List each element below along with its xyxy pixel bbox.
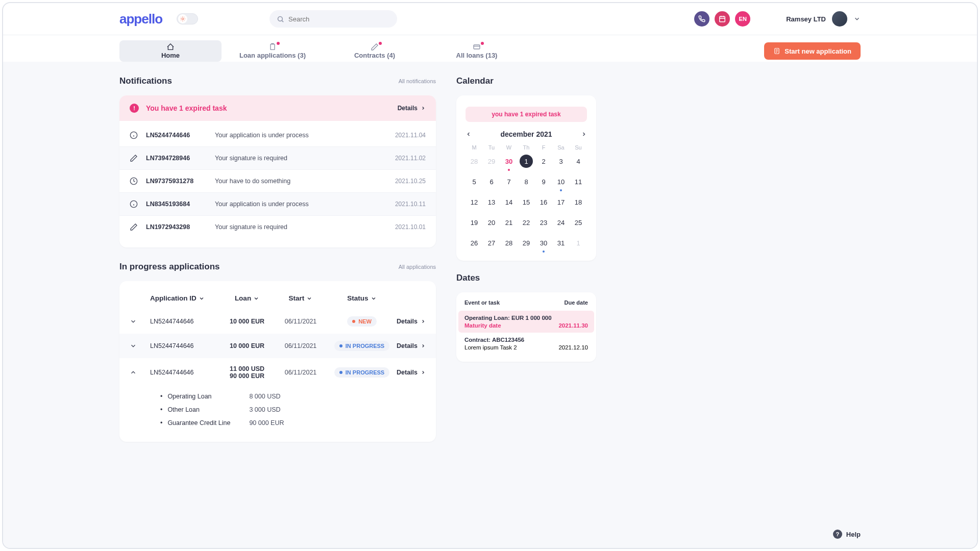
calendar-day[interactable]: 13: [483, 195, 500, 209]
col-application-id[interactable]: Application ID: [150, 294, 222, 302]
help-icon: ?: [833, 530, 842, 539]
theme-toggle[interactable]: [177, 13, 198, 24]
calendar-day[interactable]: 27: [483, 236, 500, 249]
calendar-day[interactable]: 31: [552, 236, 570, 249]
calendar-day[interactable]: 29: [518, 236, 535, 249]
notification-message: Your signature is required: [215, 155, 395, 162]
calendar-day[interactable]: 20: [483, 216, 500, 229]
details-link[interactable]: Details: [395, 342, 426, 349]
alert-icon: !: [130, 104, 139, 113]
col-loan[interactable]: Loan: [222, 294, 273, 302]
tab-all-loans[interactable]: All loans (13): [426, 40, 528, 62]
application-row[interactable]: LN524474464611 000 USD90 000 EUR06/11/20…: [130, 358, 426, 387]
app-loan: 11 000 USD90 000 EUR: [222, 365, 273, 380]
notification-row[interactable]: LN5244744646Your application is under pr…: [130, 124, 426, 146]
notification-row[interactable]: LN97375931278Your have to do something20…: [119, 169, 436, 192]
chevron-down-icon: [199, 295, 205, 302]
chevron-down-icon[interactable]: [853, 15, 861, 22]
all-notifications-link[interactable]: All notifications: [399, 78, 436, 84]
calendar-day[interactable]: 1: [520, 155, 533, 168]
expanded-loan-breakdown: Operating Loan8 000 USDOther Loan3 000 U…: [130, 387, 426, 433]
chevron-down-icon: [306, 295, 312, 302]
calendar-day[interactable]: 23: [535, 216, 552, 229]
calendar-day[interactable]: 28: [500, 236, 518, 249]
calendar-day[interactable]: 29: [483, 155, 500, 168]
svg-point-0: [182, 18, 184, 20]
tabs: Home Loan applications (3) Contracts (4)…: [3, 40, 977, 62]
calendar-day[interactable]: 22: [518, 216, 535, 229]
document-icon: [773, 47, 780, 55]
calendar-day[interactable]: 25: [570, 216, 587, 229]
application-row[interactable]: LN524474464610 000 EUR06/11/2021NEWDetai…: [130, 309, 426, 334]
svg-rect-3: [271, 44, 275, 50]
tab-contracts[interactable]: Contracts (4): [324, 40, 426, 62]
calendar-day[interactable]: 14: [500, 195, 518, 209]
notification-message: Your have to do something: [215, 178, 395, 185]
calendar-day[interactable]: 16: [535, 195, 552, 209]
expired-task-alert: ! You have 1 expired task Details: [119, 95, 436, 121]
notification-row[interactable]: LN8345193684Your application is under pr…: [119, 192, 436, 215]
calendar-day[interactable]: 24: [552, 216, 570, 229]
status-badge: IN PROGRESS: [334, 367, 389, 378]
calendar-day[interactable]: 9: [535, 175, 552, 188]
details-link[interactable]: Details: [395, 369, 426, 376]
app-start: 06/11/2021: [273, 369, 329, 376]
date-item[interactable]: Operating Loan: EUR 1 000 000Maturity da…: [458, 311, 594, 333]
tab-home[interactable]: Home: [119, 40, 222, 62]
help-button[interactable]: ? Help: [833, 530, 861, 539]
calendar-nav: december 2021: [465, 130, 587, 138]
avatar[interactable]: [832, 11, 847, 27]
phone-icon[interactable]: [694, 11, 709, 27]
calendar-month-label: december 2021: [500, 130, 552, 138]
expand-toggle[interactable]: [130, 369, 150, 376]
calendar-day[interactable]: 4: [570, 155, 587, 168]
app-id: LN5244744646: [150, 369, 222, 376]
calendar-day[interactable]: 30: [535, 236, 552, 249]
apps-title: In progress applications: [119, 262, 220, 272]
next-month-button[interactable]: [581, 131, 587, 137]
col-status[interactable]: Status: [329, 294, 395, 302]
notification-row[interactable]: LN7394728946Your signature is required20…: [119, 146, 436, 169]
calendar-day[interactable]: 6: [483, 175, 500, 188]
calendar-day[interactable]: 7: [500, 175, 518, 188]
calendar-day[interactable]: 8: [518, 175, 535, 188]
date-item[interactable]: Contract: ABC123456Lorem ipsum Task 2202…: [458, 333, 594, 355]
calendar-day[interactable]: 12: [465, 195, 483, 209]
notification-message: Your application is under process: [215, 132, 395, 139]
calendar-day[interactable]: 30: [500, 155, 518, 168]
topbar: appello EN Ramsey LTD: [3, 3, 977, 35]
chevron-right-icon: [421, 106, 426, 111]
alert-details-link[interactable]: Details: [398, 105, 426, 112]
calendar-day[interactable]: 15: [518, 195, 535, 209]
calendar-day[interactable]: 5: [465, 175, 483, 188]
calendar-day[interactable]: 21: [500, 216, 518, 229]
all-applications-link[interactable]: All applications: [399, 264, 436, 270]
calendar-icon[interactable]: [715, 11, 730, 27]
calendar-day[interactable]: 17: [552, 195, 570, 209]
col-start[interactable]: Start: [273, 294, 329, 302]
calendar-day[interactable]: 19: [465, 216, 483, 229]
language-selector[interactable]: EN: [735, 11, 750, 27]
calendar-day[interactable]: 1: [570, 236, 587, 249]
start-new-application-button[interactable]: Start new application: [764, 42, 861, 60]
search-box[interactable]: [270, 10, 397, 28]
calendar-title: Calendar: [456, 76, 494, 86]
prev-month-button[interactable]: [465, 131, 472, 137]
application-row[interactable]: LN524474464610 000 EUR06/11/2021IN PROGR…: [119, 334, 436, 358]
calendar-day[interactable]: 26: [465, 236, 483, 249]
expand-toggle[interactable]: [130, 318, 150, 325]
calendar-day[interactable]: 18: [570, 195, 587, 209]
calendar-day[interactable]: 3: [552, 155, 570, 168]
svg-point-1: [278, 16, 283, 21]
expand-toggle[interactable]: [130, 342, 150, 349]
calendar-day[interactable]: 10: [552, 175, 570, 188]
clipboard-icon: [268, 43, 277, 51]
search-input[interactable]: [288, 15, 390, 23]
sun-icon: [178, 14, 187, 23]
calendar-day[interactable]: 28: [465, 155, 483, 168]
calendar-day[interactable]: 11: [570, 175, 587, 188]
calendar-day[interactable]: 2: [535, 155, 552, 168]
notification-row[interactable]: LN1972943298Your signature is required20…: [119, 215, 436, 238]
details-link[interactable]: Details: [395, 318, 426, 325]
tab-loan-applications[interactable]: Loan applications (3): [222, 40, 324, 62]
